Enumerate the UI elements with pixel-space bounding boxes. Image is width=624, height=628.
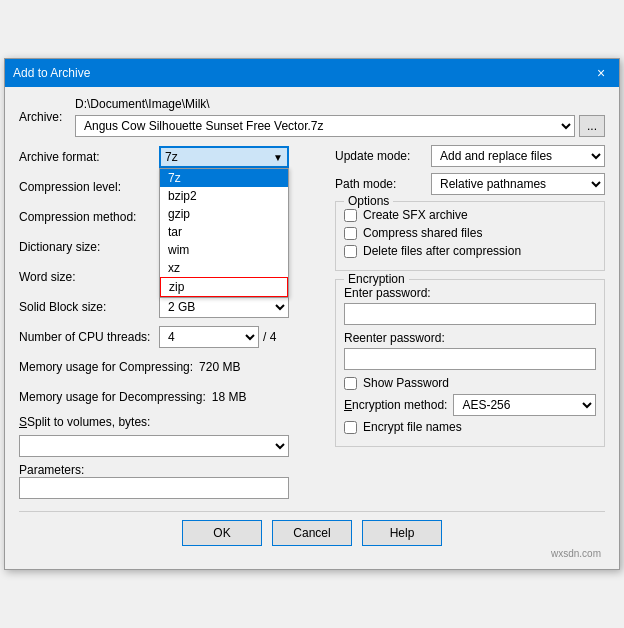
- ok-button[interactable]: OK: [182, 520, 262, 546]
- format-dropdown-container: 7z ▼ 7z bzip2 gzip tar wim xz zip: [159, 146, 289, 168]
- delete-after-row: Delete files after compression: [344, 244, 596, 258]
- enc-method-select[interactable]: AES-256: [453, 394, 596, 416]
- browse-button[interactable]: ...: [579, 115, 605, 137]
- enc-method-label: Encryption method:: [344, 398, 447, 412]
- archive-path-col: D:\Document\Image\Milk\ Angus Cow Silhou…: [75, 97, 605, 137]
- show-password-row: Show Password: [344, 376, 596, 390]
- format-label: Archive format:: [19, 150, 159, 164]
- format-dropdown-open: 7z bzip2 gzip tar wim xz zip: [159, 168, 289, 298]
- encryption-groupbox-title: Encryption: [344, 272, 409, 286]
- options-groupbox-title: Options: [344, 194, 393, 208]
- archive-row: Archive: D:\Document\Image\Milk\ Angus C…: [19, 97, 605, 137]
- dialog-title: Add to Archive: [13, 66, 90, 80]
- create-sfx-checkbox[interactable]: [344, 209, 357, 222]
- watermark: wxsdn.com: [19, 548, 605, 559]
- memory-decomp-row: Memory usage for Decompressing: 18 MB: [19, 385, 321, 409]
- word-size-label: Word size:: [19, 270, 159, 284]
- enter-password-input[interactable]: [344, 303, 596, 325]
- cpu-threads-select[interactable]: 4: [159, 326, 259, 348]
- archive-path-text: D:\Document\Image\Milk\: [75, 97, 605, 111]
- encrypt-names-checkbox[interactable]: [344, 421, 357, 434]
- format-dropdown-trigger[interactable]: 7z ▼: [159, 146, 289, 168]
- right-panel: Update mode: Add and replace files Path …: [335, 145, 605, 499]
- format-option-xz[interactable]: xz: [160, 259, 288, 277]
- memory-compress-label: Memory usage for Compressing:: [19, 360, 193, 374]
- memory-compress-value: 720 MB: [199, 360, 240, 374]
- format-option-tar[interactable]: tar: [160, 223, 288, 241]
- footer: OK Cancel Help: [19, 511, 605, 546]
- compression-method-label: Compression method:: [19, 210, 159, 224]
- archive-label: Archive:: [19, 110, 69, 124]
- reenter-password-label: Reenter password:: [344, 331, 596, 345]
- cpu-row: 4 / 4: [159, 326, 276, 348]
- create-sfx-label: Create SFX archive: [363, 208, 468, 222]
- cpu-slash: / 4: [263, 330, 276, 344]
- memory-decomp-label: Memory usage for Decompressing:: [19, 390, 206, 404]
- split-row: SSplit to volumes, bytes:Split to volume…: [19, 415, 321, 429]
- format-option-wim[interactable]: wim: [160, 241, 288, 259]
- compress-shared-row: Compress shared files: [344, 226, 596, 240]
- show-password-checkbox[interactable]: [344, 377, 357, 390]
- dialog-body: Archive: D:\Document\Image\Milk\ Angus C…: [5, 87, 619, 569]
- cpu-threads-label: Number of CPU threads:: [19, 330, 159, 344]
- delete-after-label: Delete files after compression: [363, 244, 521, 258]
- path-mode-row: Path mode: Relative pathnames: [335, 173, 605, 195]
- split-select[interactable]: [19, 435, 289, 457]
- show-password-label: Show Password: [363, 376, 449, 390]
- main-content: Archive format: 7z ▼ 7z bzip2 gzip tar w…: [19, 145, 605, 499]
- params-section: Parameters:: [19, 463, 321, 499]
- left-panel: Archive format: 7z ▼ 7z bzip2 gzip tar w…: [19, 145, 321, 499]
- format-value: 7z: [165, 150, 178, 164]
- format-option-7z[interactable]: 7z: [160, 169, 288, 187]
- cpu-threads-row: Number of CPU threads: 4 / 4: [19, 325, 321, 349]
- compression-level-label: Compression level:: [19, 180, 159, 194]
- close-button[interactable]: ×: [591, 63, 611, 83]
- update-mode-label: Update mode:: [335, 149, 425, 163]
- solid-block-label: Solid Block size:: [19, 300, 159, 314]
- dict-size-label: Dictionary size:: [19, 240, 159, 254]
- split-input-row: [19, 435, 321, 457]
- encrypt-names-label: Encrypt file names: [363, 420, 462, 434]
- solid-block-select[interactable]: 2 GB: [159, 296, 289, 318]
- path-mode-select[interactable]: Relative pathnames: [431, 173, 605, 195]
- update-mode-row: Update mode: Add and replace files: [335, 145, 605, 167]
- compress-shared-label: Compress shared files: [363, 226, 482, 240]
- options-groupbox: Options Create SFX archive Compress shar…: [335, 201, 605, 271]
- archive-filename-select[interactable]: Angus Cow Silhouette Sunset Free Vector.…: [75, 115, 575, 137]
- title-bar: Add to Archive ×: [5, 59, 619, 87]
- split-label: SSplit to volumes, bytes:Split to volume…: [19, 415, 159, 429]
- memory-decomp-value: 18 MB: [212, 390, 247, 404]
- cancel-button[interactable]: Cancel: [272, 520, 352, 546]
- format-row: Archive format: 7z ▼ 7z bzip2 gzip tar w…: [19, 145, 321, 169]
- encryption-groupbox: Encryption Enter password: Reenter passw…: [335, 279, 605, 447]
- params-label: Parameters:: [19, 463, 84, 477]
- delete-after-checkbox[interactable]: [344, 245, 357, 258]
- path-mode-label: Path mode:: [335, 177, 425, 191]
- compress-shared-checkbox[interactable]: [344, 227, 357, 240]
- add-to-archive-dialog: Add to Archive × Archive: D:\Document\Im…: [4, 58, 620, 570]
- format-option-zip[interactable]: zip: [160, 277, 288, 297]
- format-option-bzip2[interactable]: bzip2: [160, 187, 288, 205]
- enter-password-label: Enter password:: [344, 286, 596, 300]
- help-button[interactable]: Help: [362, 520, 442, 546]
- format-caret-icon: ▼: [273, 152, 283, 163]
- encrypt-names-row: Encrypt file names: [344, 420, 596, 434]
- memory-compress-row: Memory usage for Compressing: 720 MB: [19, 355, 321, 379]
- create-sfx-row: Create SFX archive: [344, 208, 596, 222]
- enc-method-row: Encryption method: AES-256: [344, 394, 596, 416]
- params-input[interactable]: [19, 477, 289, 499]
- reenter-password-input[interactable]: [344, 348, 596, 370]
- solid-block-row: Solid Block size: 2 GB: [19, 295, 321, 319]
- update-mode-select[interactable]: Add and replace files: [431, 145, 605, 167]
- archive-path-row: Angus Cow Silhouette Sunset Free Vector.…: [75, 115, 605, 137]
- format-option-gzip[interactable]: gzip: [160, 205, 288, 223]
